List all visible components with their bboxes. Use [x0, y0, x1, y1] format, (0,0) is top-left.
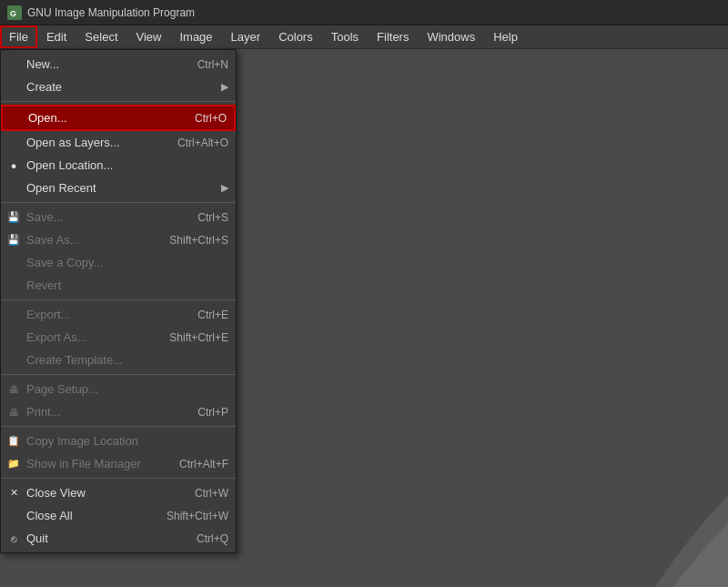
decorative-shape [619, 478, 728, 587]
menu-item-page-setup: 🖶 Page Setup... [1, 378, 236, 400]
save-as-icon: 💾 [6, 233, 21, 248]
menu-section-3: 💾 Save... Ctrl+S 💾 Save As... Shift+Ctrl… [1, 203, 236, 300]
title-bar: G GNU Image Manipulation Program [0, 0, 728, 25]
menu-item-layer[interactable]: Layer [222, 25, 270, 48]
menu-item-quit[interactable]: ⎋ Quit Ctrl+Q [1, 527, 236, 550]
menu-item-windows[interactable]: Windows [418, 25, 484, 48]
close-view-icon: ✕ [6, 486, 21, 501]
menu-bar: File Edit Select View Image Layer Colors… [0, 25, 728, 49]
menu-item-copy-location: 📋 Copy Image Location [1, 430, 236, 452]
submenu-arrow-create: ▶ [221, 81, 228, 93]
menu-section-7: ✕ Close View Ctrl+W Close All Shift+Ctrl… [1, 479, 236, 552]
menu-item-new[interactable]: New... Ctrl+N [1, 53, 236, 76]
menu-item-open-location[interactable]: ● Open Location... [1, 154, 236, 177]
menu-item-export-as: Export As... Shift+Ctrl+E [1, 326, 236, 349]
title-bar-text: GNU Image Manipulation Program [27, 6, 195, 19]
menu-item-colors[interactable]: Colors [269, 25, 322, 48]
menu-item-save-copy: Save a Copy... [1, 251, 236, 274]
menu-item-filters[interactable]: Filters [368, 25, 418, 48]
folder-icon: 📁 [6, 457, 21, 471]
file-dropdown-menu: New... Ctrl+N Create ▶ Open... Ctrl+O Op… [0, 49, 237, 553]
menu-item-edit[interactable]: Edit [37, 25, 76, 48]
menu-item-open-as-layers[interactable]: Open as Layers... Ctrl+Alt+O [1, 131, 236, 154]
menu-section-5: 🖶 Page Setup... 🖶 Print... Ctrl+P [1, 375, 236, 427]
menu-item-close-all[interactable]: Close All Shift+Ctrl+W [1, 504, 236, 527]
svg-text:G: G [10, 9, 16, 18]
save-icon: 💾 [6, 210, 21, 225]
copy-icon: 📋 [6, 434, 21, 449]
menu-item-help[interactable]: Help [484, 25, 527, 48]
menu-item-file[interactable]: File [0, 25, 37, 48]
globe-icon: ● [6, 158, 21, 173]
menu-section-4: Export... Ctrl+E Export As... Shift+Ctrl… [1, 300, 236, 375]
printer-icon: 🖶 [6, 382, 21, 397]
menu-item-tools[interactable]: Tools [322, 25, 368, 48]
menu-item-close-view[interactable]: ✕ Close View Ctrl+W [1, 481, 236, 504]
menu-item-export: Export... Ctrl+E [1, 303, 236, 326]
menu-item-save: 💾 Save... Ctrl+S [1, 206, 236, 228]
quit-icon: ⎋ [6, 531, 21, 546]
menu-item-create[interactable]: Create ▶ [1, 76, 236, 98]
submenu-arrow-recent: ▶ [221, 182, 228, 194]
menu-item-show-file-manager: 📁 Show in File Manager Ctrl+Alt+F [1, 452, 236, 475]
menu-item-open-recent[interactable]: Open Recent ▶ [1, 177, 236, 199]
menu-item-select[interactable]: Select [76, 25, 126, 48]
menu-item-save-as: 💾 Save As... Shift+Ctrl+S [1, 228, 236, 251]
menu-item-open[interactable]: Open... Ctrl+O [1, 105, 236, 131]
menu-item-image[interactable]: Image [170, 25, 221, 48]
print-icon: 🖶 [6, 405, 21, 420]
menu-item-view[interactable]: View [127, 25, 171, 48]
menu-item-revert: Revert [1, 274, 236, 297]
menu-item-print: 🖶 Print... Ctrl+P [1, 400, 236, 423]
gimp-icon: G [7, 5, 22, 20]
menu-section-1: New... Ctrl+N Create ▶ [1, 50, 236, 102]
menu-item-create-template: Create Template... [1, 349, 236, 371]
menu-section-6: 📋 Copy Image Location 📁 Show in File Man… [1, 427, 236, 479]
menu-section-2: Open... Ctrl+O Open as Layers... Ctrl+Al… [1, 102, 236, 203]
